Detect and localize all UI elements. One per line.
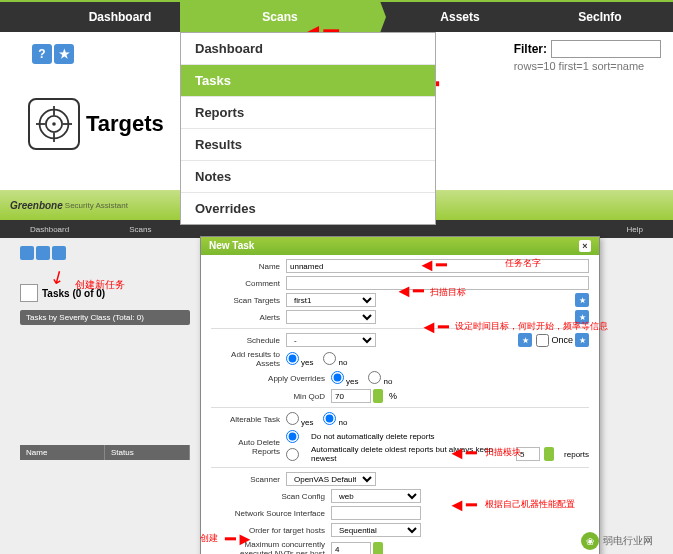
dd-results[interactable]: Results xyxy=(181,129,435,161)
alt-yes[interactable] xyxy=(286,412,299,425)
mini-new-icon[interactable] xyxy=(52,246,66,260)
alt-no[interactable] xyxy=(323,412,336,425)
new-alert-icon[interactable]: ★ xyxy=(575,310,589,324)
close-icon[interactable]: × xyxy=(579,240,591,252)
dd-overrides[interactable]: Overrides xyxy=(181,193,435,224)
minqod-input[interactable] xyxy=(331,389,371,403)
comment-label: Comment xyxy=(211,279,286,288)
comment-input[interactable] xyxy=(286,276,589,290)
addres-yes[interactable] xyxy=(286,352,299,365)
autodel-label: Auto Delete Reports xyxy=(211,438,286,456)
bn-dashboard[interactable]: Dashboard xyxy=(0,220,99,238)
once-label: Once xyxy=(551,335,573,345)
pct-label: % xyxy=(389,391,397,401)
nsi-label: Network Source Interface xyxy=(211,509,331,518)
spinner-icon[interactable] xyxy=(373,389,383,403)
bn-scans[interactable]: Scans xyxy=(99,220,181,238)
schedule-select[interactable]: - xyxy=(286,333,376,347)
nav-assets[interactable]: Assets xyxy=(380,2,540,32)
new-schedule-icon[interactable]: ★ xyxy=(518,333,532,347)
autodel-opt2[interactable] xyxy=(286,448,299,461)
modal-title: New Task xyxy=(209,240,254,252)
alerts-select[interactable] xyxy=(286,310,376,324)
maxnvt-input[interactable] xyxy=(331,542,371,554)
scans-dropdown: Dashboard Tasks Reports Results Notes Ov… xyxy=(180,32,436,225)
dd-dashboard[interactable]: Dashboard xyxy=(181,33,435,65)
alterable-label: Alterable Task xyxy=(211,415,286,424)
greenbone-logo: Greenbone xyxy=(10,200,63,211)
dd-tasks[interactable]: Tasks xyxy=(181,65,435,97)
schedule-star-icon[interactable]: ★ xyxy=(575,333,589,347)
modal-titlebar: New Task × xyxy=(201,237,599,255)
autodel-o2a-label: Automatically delete oldest reports but … xyxy=(311,445,506,463)
targets-icon xyxy=(28,98,80,150)
left-panel: ↙ 创建新任务 Tasks (0 of 0) Tasks by Severity… xyxy=(20,246,190,460)
scanner-select[interactable]: OpenVAS Default xyxy=(286,472,376,486)
bn-help[interactable]: Help xyxy=(597,220,673,238)
scanner-label: Scanner xyxy=(211,475,286,484)
greenbone-sub: Security Assistant xyxy=(65,201,128,210)
spinner-icon[interactable] xyxy=(373,542,383,554)
filter-sub: rows=10 first=1 sort=name xyxy=(514,60,661,72)
wechat-icon: ❀ xyxy=(581,532,599,550)
schedule-label: Schedule xyxy=(211,336,286,345)
filter-area: Filter: rows=10 first=1 sort=name xyxy=(514,40,661,72)
filter-input[interactable] xyxy=(551,40,661,58)
col-name[interactable]: Name xyxy=(20,445,105,460)
watermark-text: 弱电行业网 xyxy=(603,534,653,548)
order-label: Order for target hosts xyxy=(211,526,331,535)
once-checkbox[interactable] xyxy=(536,334,549,347)
tasks-icon xyxy=(20,284,38,302)
scanconf-label: Scan Config xyxy=(211,492,331,501)
maxnvt-label: Maximum concurrently executed NVTs per h… xyxy=(211,540,331,554)
annot-newtask: 创建新任务 xyxy=(75,278,125,292)
new-task-modal: New Task × Name Comment Scan Targetsfirs… xyxy=(200,236,600,554)
top-navbar: Dashboard Scans Assets SecInfo xyxy=(0,0,673,32)
col-status[interactable]: Status xyxy=(105,445,190,460)
nav-dashboard[interactable]: Dashboard xyxy=(60,2,180,32)
dd-reports[interactable]: Reports xyxy=(181,97,435,129)
svg-point-2 xyxy=(52,122,56,126)
nav-scans[interactable]: Scans xyxy=(180,2,380,32)
name-label: Name xyxy=(211,262,286,271)
autodel-opt1[interactable] xyxy=(286,430,299,443)
apply-yes[interactable] xyxy=(331,371,344,384)
alerts-label: Alerts xyxy=(211,313,286,322)
help-icon[interactable]: ? xyxy=(32,44,52,64)
filter-label: Filter: xyxy=(514,42,547,56)
apply-label: Apply Overrides xyxy=(211,374,331,383)
targets-label: Scan Targets xyxy=(211,296,286,305)
mini-help-icon[interactable] xyxy=(20,246,34,260)
mini-star-icon[interactable] xyxy=(36,246,50,260)
autodel-o1-label: Do not automatically delete reports xyxy=(311,432,435,441)
nsi-input[interactable] xyxy=(331,506,421,520)
second-screenshot: Greenbone Security Assistant Dashboard S… xyxy=(0,190,673,554)
spinner-icon[interactable] xyxy=(544,447,554,461)
order-select[interactable]: Sequential xyxy=(331,523,421,537)
new-target-icon[interactable]: ★ xyxy=(575,293,589,307)
page-heading: Targets xyxy=(28,98,164,150)
targets-select[interactable]: first1 xyxy=(286,293,376,307)
nav-secinfo[interactable]: SecInfo xyxy=(540,2,660,32)
toolbar-icons: ? ★ xyxy=(32,44,74,64)
scanconf-select[interactable]: web xyxy=(331,489,421,503)
watermark: ❀ 弱电行业网 xyxy=(581,532,653,550)
severity-bar: Tasks by Severity Class (Total: 0) xyxy=(20,310,190,325)
minqod-label: Min QoD xyxy=(211,392,331,401)
name-input[interactable] xyxy=(286,259,589,273)
addresults-label: Add results to Assets xyxy=(211,350,286,368)
autodel-n-input[interactable] xyxy=(516,447,540,461)
targets-heading: Targets xyxy=(86,111,164,137)
autodel-o2b-label: reports xyxy=(564,450,589,459)
dd-notes[interactable]: Notes xyxy=(181,161,435,193)
star-icon[interactable]: ★ xyxy=(54,44,74,64)
apply-no[interactable] xyxy=(368,371,381,384)
addres-no[interactable] xyxy=(323,352,336,365)
